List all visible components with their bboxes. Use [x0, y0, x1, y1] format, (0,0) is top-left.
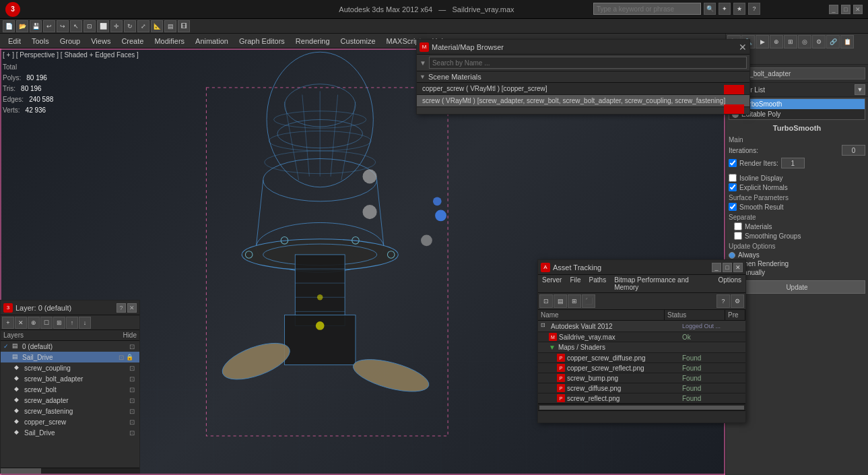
at-menu-bitmap[interactable]: Bitmap Performance and Memory — [610, 275, 714, 292]
at-restore[interactable]: □ — [723, 263, 732, 272]
menu-animation[interactable]: Animation — [190, 34, 234, 49]
at-row-maps[interactable]: ▼ Maps / Shaders — [538, 342, 745, 353]
help-icon[interactable]: ? — [748, 3, 760, 15]
select-icon[interactable]: ↖ — [70, 20, 82, 32]
search-extra-icon[interactable]: ✦ — [719, 3, 731, 15]
at-tb-settings[interactable]: ⚙ — [731, 294, 744, 308]
ref-coord-icon[interactable]: 📐 — [151, 20, 163, 32]
mat-item-copper[interactable]: copper_screw ( VRayMtl ) [copper_screw] — [417, 83, 749, 95]
at-row-vault[interactable]: ⊡ Autodesk Vault 2012 Logged Out ... — [538, 321, 745, 332]
isoline-checkbox[interactable] — [729, 174, 737, 182]
rotate-icon[interactable]: ↻ — [124, 20, 136, 32]
minimize-button[interactable]: _ — [829, 5, 838, 14]
rp-icon-3[interactable]: ▶ — [756, 35, 769, 49]
layer-item-sail-drive[interactable]: ▤ Sail_Drive ⊡ 🔒 — [1, 352, 139, 362]
layers-scrollbar[interactable] — [1, 468, 139, 473]
update-button[interactable]: Update — [729, 280, 865, 294]
at-menu-file[interactable]: File — [566, 275, 585, 292]
menu-group[interactable]: Group — [55, 34, 86, 49]
menu-modifiers[interactable]: Modifiers — [149, 34, 190, 49]
layer-new[interactable]: + — [2, 317, 14, 329]
always-radio[interactable] — [729, 252, 735, 259]
search-icon[interactable]: 🔍 — [704, 3, 716, 15]
at-row-screw-diffuse[interactable]: P screw_diffuse.png Found — [538, 383, 745, 393]
rp-icon-5[interactable]: ⊞ — [784, 35, 797, 49]
window-controls[interactable]: _ □ ✕ — [829, 5, 863, 14]
mat-item-screw[interactable]: screw ( VRayMtl ) [screw_adapter, screw_… — [417, 95, 749, 107]
menu-customize[interactable]: Customize — [335, 34, 381, 49]
restore-button[interactable]: □ — [841, 5, 850, 14]
open-icon[interactable]: 📂 — [16, 20, 28, 32]
at-minimize[interactable]: _ — [712, 263, 721, 272]
explicit-checkbox[interactable] — [729, 183, 737, 191]
at-tb-2[interactable]: ▤ — [554, 294, 567, 308]
materials-checkbox[interactable] — [734, 222, 742, 230]
smooth-result-checkbox[interactable] — [729, 203, 737, 211]
render-iters-input[interactable] — [781, 158, 805, 168]
layer-item-screw-fastening[interactable]: ◆ screw_fastening ⊡ — [1, 406, 139, 416]
layer-down[interactable]: ↓ — [79, 317, 91, 329]
layer-item-0[interactable]: ✓ ▤ 0 (default) ⊡ — [1, 341, 139, 352]
layer-delete[interactable]: ✕ — [15, 317, 27, 329]
rp-icon-6[interactable]: ◎ — [798, 35, 811, 49]
layer-item-sail-drive-sub[interactable]: ◆ Sail_Drive ⊡ — [1, 427, 139, 438]
menu-rendering[interactable]: Rendering — [290, 34, 335, 49]
rp-icon-8[interactable]: 🔗 — [826, 35, 840, 49]
menu-edit[interactable]: Edit — [3, 34, 26, 49]
layer-item-copper-screw[interactable]: ◆ copper_screw ⊡ — [1, 416, 139, 427]
undo-icon[interactable]: ↩ — [43, 20, 55, 32]
layer-item-screw-bolt[interactable]: ◆ screw_bolt ⊡ — [1, 384, 139, 395]
at-row-screw-reflect[interactable]: P screw_reflect.png Found — [538, 393, 745, 404]
menu-graph-editors[interactable]: Graph Editors — [234, 34, 290, 49]
at-close[interactable]: ✕ — [733, 263, 743, 272]
save-icon[interactable]: 💾 — [30, 20, 42, 32]
at-row-max-file[interactable]: M Saildrive_vray.max Ok — [538, 332, 745, 342]
render-icon[interactable]: 🎞 — [178, 20, 190, 32]
at-tb-4[interactable]: ⬛ — [582, 294, 595, 308]
render-iters-checkbox[interactable] — [729, 159, 737, 167]
layer-add-sel[interactable]: ⊕ — [28, 317, 40, 329]
layer-up[interactable]: ↑ — [66, 317, 78, 329]
mat-search-input[interactable] — [429, 57, 747, 69]
layer-manager-icon[interactable]: ▤ — [164, 20, 176, 32]
layer-item-screw-coupling[interactable]: ◆ screw_coupling ⊡ — [1, 362, 139, 373]
at-row-copper-reflect[interactable]: P copper_screw_reflect.png Found — [538, 363, 745, 373]
at-win-controls[interactable]: _ □ ✕ — [712, 263, 743, 272]
at-row-screw-bump[interactable]: P screw_bump.png Found — [538, 373, 745, 383]
at-hscrollbar[interactable] — [538, 404, 745, 410]
at-tb-help[interactable]: ? — [716, 294, 730, 308]
window-crossing-icon[interactable]: ⬜ — [97, 20, 109, 32]
close-button[interactable]: ✕ — [853, 5, 863, 14]
at-menu-options[interactable]: Options — [714, 275, 745, 292]
rp-icon-9[interactable]: 📋 — [840, 35, 854, 49]
layers-help[interactable]: ? — [116, 303, 126, 313]
menu-tools[interactable]: Tools — [26, 34, 55, 49]
layer-item-screw-bolt-adapter[interactable]: ◆ screw_bolt_adapter ⊡ — [1, 373, 139, 384]
rp-icon-7[interactable]: ⚙ — [812, 35, 826, 49]
mat-scene-header[interactable]: ▼ Scene Materials — [417, 71, 749, 83]
at-menu-paths[interactable]: Paths — [585, 275, 611, 292]
select-region-icon[interactable]: ⊡ — [84, 20, 96, 32]
at-tb-3[interactable]: ⊞ — [568, 294, 581, 308]
menu-create[interactable]: Create — [116, 34, 149, 49]
smoothing-checkbox[interactable] — [734, 232, 742, 240]
at-row-copper-diffuse[interactable]: P copper_screw_diffuse.png Found — [538, 353, 745, 363]
bookmark-icon[interactable]: ★ — [733, 3, 745, 15]
layer-item-screw-adapter[interactable]: ◆ screw_adapter ⊡ — [1, 395, 139, 406]
layers-list[interactable]: ✓ ▤ 0 (default) ⊡ ▤ Sail_Drive ⊡ 🔒 ◆ scr… — [1, 341, 139, 468]
at-hscroll-thumb[interactable] — [539, 406, 744, 410]
new-icon[interactable]: 📄 — [3, 20, 15, 32]
layer-select-objs[interactable]: ⊞ — [53, 317, 65, 329]
modifier-list-dropdown[interactable]: ▼ — [855, 84, 865, 95]
redo-icon[interactable]: ↪ — [57, 20, 69, 32]
iterations-input[interactable] — [842, 145, 865, 156]
layers-close[interactable]: ✕ — [127, 303, 137, 313]
layers-scrollbar-thumb[interactable] — [1, 468, 41, 474]
scale-icon[interactable]: ⤢ — [137, 20, 149, 32]
at-menu-server[interactable]: Server — [538, 275, 566, 292]
mat-browser-close[interactable]: ✕ — [739, 42, 747, 53]
rp-icon-4[interactable]: ⊕ — [770, 35, 783, 49]
search-input[interactable] — [593, 3, 701, 15]
layer-select[interactable]: ☐ — [40, 317, 53, 329]
move-icon[interactable]: ✛ — [110, 20, 123, 32]
